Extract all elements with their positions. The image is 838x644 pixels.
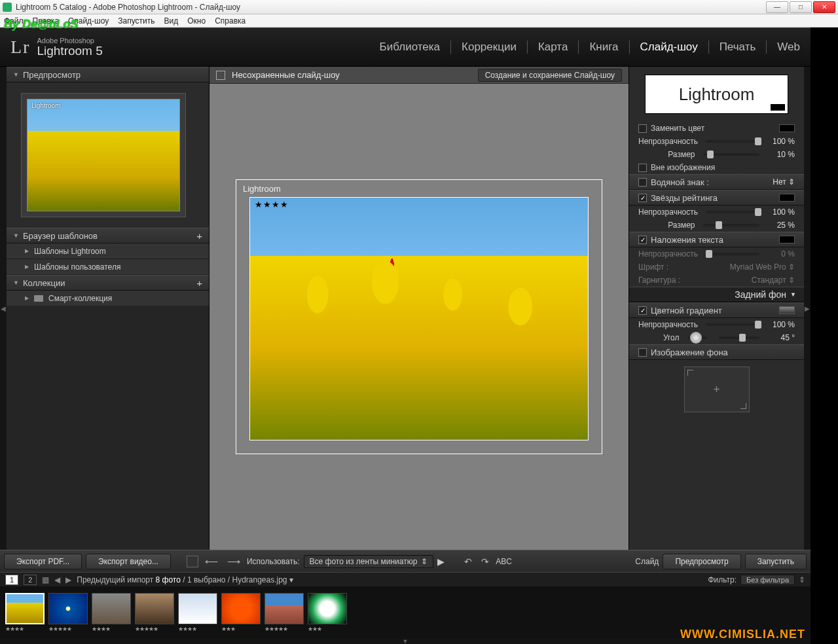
smart-collection-item[interactable]: ▶ Смарт-коллекция bbox=[7, 291, 209, 306]
slide-frame: Lightroom ★★★★ bbox=[236, 179, 602, 454]
use-label: Использовать: bbox=[247, 557, 300, 566]
slide-canvas[interactable]: Lightroom ★★★★ bbox=[210, 84, 628, 550]
text-opacity-slider[interactable] bbox=[706, 253, 759, 255]
menu-file[interactable]: Файл bbox=[4, 16, 24, 26]
filmstrip-thumb[interactable]: ★★★★ bbox=[92, 593, 131, 632]
minimize-button[interactable]: — bbox=[766, 1, 788, 13]
collections-header[interactable]: ▼ Коллекции + bbox=[7, 275, 209, 291]
export-pdf-button[interactable]: Экспорт PDF... bbox=[4, 554, 82, 569]
use-select[interactable]: Все фото из ленты миниатюр⇕ bbox=[304, 555, 434, 568]
bg-image-checkbox[interactable] bbox=[638, 348, 647, 357]
text-overlay-row: ✓ Наложения текста bbox=[629, 232, 804, 247]
prev-photo-icon[interactable]: ◀ bbox=[54, 575, 60, 584]
screen-1-button[interactable]: 1 bbox=[5, 575, 18, 585]
menu-edit[interactable]: Правка bbox=[33, 16, 60, 26]
filmstrip-thumb[interactable]: ★★★★ bbox=[5, 593, 45, 632]
filmstrip-thumb[interactable]: ★★★★ bbox=[178, 593, 217, 632]
filter-select[interactable]: Без фильтра bbox=[740, 575, 795, 585]
angle-slider[interactable] bbox=[719, 336, 760, 339]
outside-image-checkbox[interactable] bbox=[638, 164, 647, 172]
rotate-ccw-icon[interactable]: ↶ bbox=[462, 556, 475, 567]
rating-opacity-slider[interactable] bbox=[706, 211, 759, 213]
tab-library[interactable]: Библиотека bbox=[380, 41, 440, 54]
stop-button[interactable] bbox=[187, 556, 198, 567]
preview-button[interactable]: Предпросмотр bbox=[663, 554, 740, 569]
menu-window[interactable]: Окно bbox=[187, 16, 206, 26]
filmstrip-thumb[interactable]: ★★★★★ bbox=[48, 593, 88, 632]
menu-slideshow[interactable]: Слайд-шоу bbox=[68, 16, 109, 26]
replace-color-swatch[interactable] bbox=[779, 124, 795, 132]
text-color-swatch[interactable] bbox=[779, 236, 795, 243]
add-collection-icon[interactable]: + bbox=[196, 277, 202, 289]
background-section-header[interactable]: Задний фон ▼ bbox=[629, 287, 804, 302]
run-button[interactable]: Запустить bbox=[745, 554, 807, 569]
templates-header[interactable]: ▼ Браузер шаблонов + bbox=[7, 228, 209, 243]
thumb-stars: ★★★★★ bbox=[264, 624, 304, 632]
text-overlay-checkbox[interactable]: ✓ bbox=[638, 236, 647, 244]
filter-lock-icon[interactable]: ⇕ bbox=[799, 575, 805, 584]
font-row: Шрифт : Myriad Web Pro ⇕ bbox=[629, 260, 804, 274]
filmstrip-thumb[interactable]: ★★★ bbox=[308, 593, 347, 632]
gradient-swatch[interactable] bbox=[779, 306, 795, 314]
add-template-icon[interactable]: + bbox=[196, 230, 202, 241]
disclosure-icon: ▼ bbox=[790, 291, 796, 298]
rating-size-row: Размер 25 % bbox=[629, 219, 804, 232]
bottom-flap[interactable]: ▼ bbox=[0, 639, 811, 644]
export-video-button[interactable]: Экспорт видео... bbox=[86, 554, 171, 569]
replace-color-row: Заменить цвет bbox=[629, 122, 804, 135]
size-slider[interactable] bbox=[703, 153, 760, 156]
prev-slide-button[interactable]: ⟵ bbox=[202, 556, 221, 567]
play-button[interactable]: ▶ bbox=[437, 556, 445, 567]
next-slide-button[interactable]: ⟶ bbox=[225, 556, 243, 567]
thumb-image bbox=[92, 593, 131, 624]
tab-develop[interactable]: Коррекции bbox=[462, 41, 517, 54]
replace-color-checkbox[interactable] bbox=[638, 124, 647, 133]
tab-print[interactable]: Печать bbox=[720, 41, 756, 54]
close-button[interactable]: ✕ bbox=[813, 1, 835, 13]
preview-thumbnail[interactable]: Lightroom bbox=[21, 93, 186, 217]
menu-view[interactable]: Вид bbox=[164, 16, 179, 26]
right-flap[interactable]: ▶ bbox=[804, 67, 811, 550]
watermark-checkbox[interactable] bbox=[638, 178, 647, 187]
rotate-cw-icon[interactable]: ↷ bbox=[479, 556, 492, 567]
tab-web[interactable]: Web bbox=[777, 41, 800, 54]
tab-slideshow[interactable]: Слайд-шоу bbox=[640, 41, 698, 54]
filmstrip-thumb[interactable]: ★★★★★ bbox=[135, 593, 174, 632]
create-save-slideshow-button[interactable]: Создание и сохранение Слайд-шоу bbox=[478, 69, 622, 82]
maximize-button[interactable]: □ bbox=[790, 1, 812, 13]
gradient-opacity-slider[interactable] bbox=[706, 323, 759, 326]
identity-plate[interactable]: Lightroom bbox=[645, 75, 788, 114]
rating-color-swatch[interactable] bbox=[779, 194, 795, 202]
filmstrip-thumb[interactable]: ★★★★★ bbox=[264, 593, 304, 632]
opacity-slider[interactable] bbox=[706, 140, 759, 143]
disclosure-icon: ▼ bbox=[13, 232, 19, 239]
face-select[interactable]: Стандарт ⇕ bbox=[752, 276, 795, 285]
abc-button[interactable]: ABC bbox=[496, 557, 512, 566]
filmstrip-thumb[interactable]: ★★★ bbox=[221, 593, 261, 632]
thumb-image bbox=[264, 593, 304, 624]
font-select[interactable]: Myriad Web Pro ⇕ bbox=[730, 262, 795, 272]
watermark-select[interactable]: Нет ⇕ bbox=[767, 177, 795, 187]
watermark-row: Водяной знак : Нет ⇕ bbox=[629, 174, 804, 190]
rating-size-slider[interactable] bbox=[703, 224, 760, 226]
bg-image-dropzone[interactable]: + bbox=[684, 367, 750, 412]
tab-book[interactable]: Книга bbox=[589, 41, 618, 54]
rating-stars-row: ✓ Звёзды рейтинга bbox=[629, 190, 804, 206]
app-icon bbox=[3, 3, 12, 12]
grid-icon[interactable]: ▦ bbox=[42, 575, 49, 584]
screen-2-button[interactable]: 2 bbox=[24, 575, 37, 585]
menu-run[interactable]: Запустить bbox=[118, 16, 155, 26]
identity-color-swatch[interactable] bbox=[771, 104, 785, 111]
left-flap[interactable]: ◀ bbox=[0, 67, 7, 550]
menu-help[interactable]: Справка bbox=[215, 16, 246, 26]
collections-header-label: Коллекции bbox=[23, 278, 65, 288]
rating-checkbox[interactable]: ✓ bbox=[638, 194, 647, 202]
gradient-checkbox[interactable]: ✓ bbox=[638, 306, 647, 315]
template-folder-user[interactable]: ▶ Шаблоны пользователя bbox=[7, 259, 209, 275]
thumb-stars: ★★★★ bbox=[178, 624, 217, 632]
angle-dial[interactable] bbox=[687, 336, 707, 339]
next-photo-icon[interactable]: ▶ bbox=[65, 575, 71, 584]
template-folder-lightroom[interactable]: ▶ Шаблоны Lightroom bbox=[7, 243, 209, 259]
tab-map[interactable]: Карта bbox=[538, 41, 568, 54]
preview-header[interactable]: ▼ Предпросмотр bbox=[7, 67, 209, 82]
